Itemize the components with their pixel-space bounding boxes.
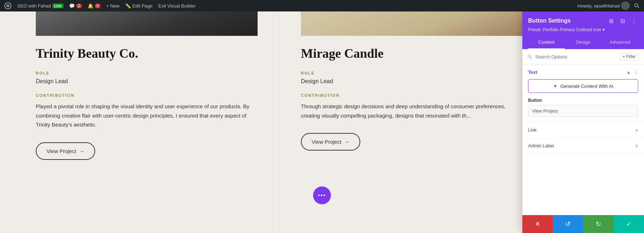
cancel-icon: ✕ (535, 220, 540, 228)
button-field-label: Button (528, 98, 638, 103)
svg-point-2 (635, 4, 638, 7)
edit-page-link[interactable]: ✏️ Edit Page (125, 3, 152, 9)
settings-panel: Button Settings ⊞ ⊟ ⋮ Preset: Portfolio … (522, 11, 644, 233)
panel-header: Button Settings ⊞ ⊟ ⋮ Preset: Portfolio … (522, 11, 644, 49)
card-role-label-mirage: ROLE (301, 71, 523, 75)
panel-preset[interactable]: Preset: Portfolio Primary Outlined Icon … (528, 27, 638, 32)
user-avatar (621, 1, 630, 10)
svg-line-5 (531, 57, 532, 59)
tab-content[interactable]: Content (528, 36, 565, 49)
live-badge: Live (53, 4, 63, 8)
main-content: Trinity Beauty Co. ROLE Design Lead CONT… (0, 11, 644, 233)
card-role-trinity: Design Lead (36, 78, 258, 85)
text-section-header: Text ▲ ⋮ (528, 70, 638, 75)
view-project-btn-trinity[interactable]: View Project → (36, 142, 95, 160)
card-divider (279, 11, 279, 233)
panel-columns-icon[interactable]: ⊟ (618, 16, 627, 25)
card-trinity: Trinity Beauty Co. ROLE Design Lead CONT… (21, 11, 272, 233)
text-section-collapse-icon[interactable]: ▲ (626, 70, 631, 75)
card-image-trinity (36, 11, 258, 36)
user-greeting[interactable]: Howdy, wpwithfahad (577, 1, 630, 10)
panel-body: + Filter Text ▲ ⋮ ✦ Generate Content Wit… (522, 49, 644, 215)
panel-more-icon[interactable]: ⋮ (630, 16, 638, 25)
svg-point-4 (528, 55, 531, 58)
ai-generate-button[interactable]: ✦ Generate Content With AI (528, 79, 638, 93)
panel-footer: ✕ ↺ ↻ ✓ (522, 215, 644, 233)
tab-advanced[interactable]: Advanced (601, 36, 638, 49)
panel-header-icons: ⊞ ⊟ ⋮ (607, 16, 638, 25)
text-section-title: Text (528, 70, 537, 75)
text-section: Text ▲ ⋮ ✦ Generate Content With AI Butt… (522, 65, 644, 122)
link-chevron-icon: ∨ (635, 128, 638, 133)
text-section-icons: ▲ ⋮ (626, 70, 638, 75)
admin-bar-right: Howdy, wpwithfahad (577, 1, 640, 10)
link-section-header[interactable]: Link ∨ (528, 127, 638, 133)
wp-logo[interactable]: W (4, 2, 11, 9)
confirm-icon: ✓ (626, 220, 631, 228)
fab-button[interactable]: ••• (313, 186, 331, 204)
panel-tabs: Content Design Advanced (528, 36, 638, 49)
admin-bar: W SEO with Fahad Live 💬 2 🔔 0 + New ✏️ E… (0, 0, 644, 11)
view-project-btn-mirage[interactable]: View Project → (301, 133, 360, 151)
alerts-link[interactable]: 🔔 0 (88, 3, 101, 9)
alert-count: 0 (95, 4, 101, 8)
card-role-label-trinity: ROLE (36, 71, 258, 75)
search-icon (527, 54, 532, 59)
ai-sparkle-icon: ✦ (553, 83, 557, 89)
card-contribution-mirage: Through strategic design decisions and d… (301, 102, 523, 120)
exit-builder-link[interactable]: Exit Visual Builder (158, 3, 196, 9)
fab-icon: ••• (318, 192, 326, 199)
admin-label-section-header[interactable]: Admin Label ∨ (528, 143, 638, 148)
card-image-mirage (301, 11, 523, 36)
comments-link[interactable]: 💬 2 (69, 3, 82, 9)
card-role-mirage: Design Lead (301, 78, 523, 85)
filter-button[interactable]: + Filter (619, 53, 639, 61)
admin-label-section: Admin Label ∨ (522, 138, 644, 154)
card-contribution-label-trinity: CONTRIBUTION (36, 93, 258, 98)
admin-label-chevron-icon: ∨ (635, 143, 638, 148)
link-section-title: Link (528, 127, 537, 133)
link-section: Link ∨ (522, 122, 644, 138)
card-contribution-trinity: Played a pivotal role in shaping the vis… (36, 102, 258, 129)
button-field-container: Button (528, 98, 638, 117)
undo-button[interactable]: ↺ (553, 215, 583, 233)
comment-count: 2 (76, 4, 82, 8)
panel-title-row: Button Settings ⊞ ⊟ ⋮ (528, 16, 638, 25)
panel-expand-icon[interactable]: ⊞ (607, 16, 615, 25)
card-title-trinity: Trinity Beauty Co. (36, 46, 258, 61)
card-contribution-label-mirage: CONTRIBUTION (301, 93, 523, 98)
redo-button[interactable]: ↻ (583, 215, 614, 233)
button-text-input[interactable] (528, 105, 638, 117)
panel-search-row: + Filter (522, 49, 644, 65)
search-options-input[interactable] (535, 54, 616, 60)
text-section-menu-icon[interactable]: ⋮ (634, 70, 638, 75)
confirm-button[interactable]: ✓ (614, 215, 644, 233)
redo-icon: ↻ (596, 220, 601, 228)
new-button[interactable]: + New (106, 3, 119, 9)
card-title-mirage: Mirage Candle (301, 46, 523, 61)
svg-line-3 (638, 6, 639, 8)
search-icon[interactable] (634, 3, 640, 9)
svg-text:W: W (6, 4, 10, 8)
tab-design[interactable]: Design (565, 36, 602, 49)
panel-title: Button Settings (528, 18, 571, 24)
site-title[interactable]: SEO with Fahad Live (17, 3, 63, 9)
cancel-button[interactable]: ✕ (522, 215, 553, 233)
undo-icon: ↺ (565, 220, 571, 228)
admin-label-section-title: Admin Label (528, 143, 554, 148)
